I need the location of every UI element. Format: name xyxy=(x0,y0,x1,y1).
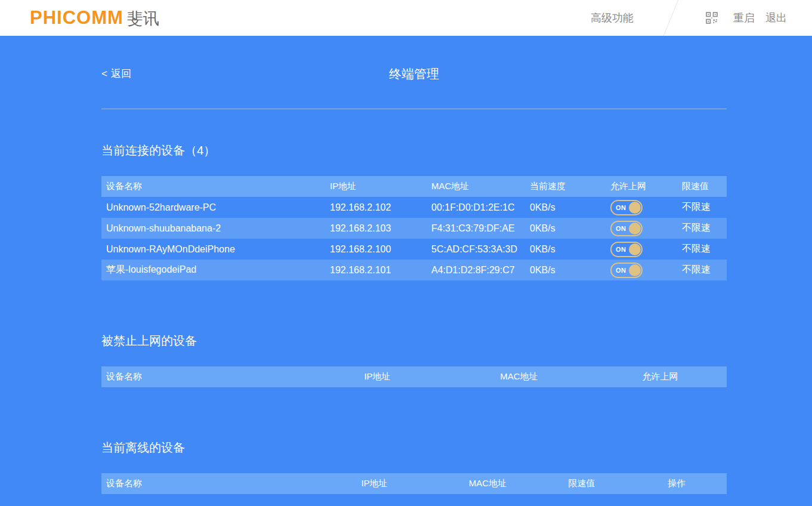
speed-limit-cell: 不限速 xyxy=(677,222,727,235)
toggle-knob-icon xyxy=(629,243,641,255)
device-name-cell: Unknown-52hardware-PC xyxy=(101,202,325,213)
allow-internet-cell: ON xyxy=(606,221,677,236)
ip-address-cell: 192.168.2.102 xyxy=(325,202,427,213)
banned-devices-title: 被禁止上网的设备 xyxy=(101,333,727,349)
speed-limit-cell: 不限速 xyxy=(677,243,727,255)
connected-column-header-5: 限速值 xyxy=(677,181,727,192)
logo-text-cn: 斐讯 xyxy=(127,8,159,29)
toggle-on-label: ON xyxy=(616,204,626,211)
terminal-management-page: < 返回 终端管理 当前连接的设备（4） 设备名称IP地址MAC地址当前速度允许… xyxy=(0,36,812,506)
logout-button[interactable]: 退出 xyxy=(765,11,787,25)
banned-column-header-3: 允许上网 xyxy=(594,371,727,382)
offline-column-header-4: 操作 xyxy=(626,478,727,489)
allow-internet-toggle[interactable]: ON xyxy=(610,263,643,278)
device-name-cell: Unknown-shuubanabana-2 xyxy=(101,223,325,234)
offline-devices-title: 当前离线的设备 xyxy=(101,440,727,456)
connected-column-header-3: 当前速度 xyxy=(525,181,606,192)
connected-devices-table: 设备名称IP地址MAC地址当前速度允许上网限速值 Unknown-52hardw… xyxy=(101,176,727,280)
current-speed-cell: 0KB/s xyxy=(525,244,606,255)
current-speed-cell: 0KB/s xyxy=(525,265,606,276)
page-header-row: < 返回 终端管理 xyxy=(101,67,727,82)
allow-internet-cell: ON xyxy=(606,200,677,215)
phicomm-logo: PHICOMM 斐讯 xyxy=(30,7,159,29)
table-row: Unknown-52hardware-PC 192.168.2.102 00:1… xyxy=(101,197,727,218)
speed-limit-cell: 不限速 xyxy=(677,201,727,214)
offline-column-header-2: MAC地址 xyxy=(439,478,537,489)
mac-address-cell: 5C:AD:CF:53:3A:3D xyxy=(427,244,525,255)
banned-column-header-0: 设备名称 xyxy=(101,371,310,382)
back-label: 返回 xyxy=(111,67,131,81)
toggle-on-label: ON xyxy=(616,225,626,232)
allow-internet-cell: ON xyxy=(606,263,677,278)
mac-address-cell: A4:D1:D2:8F:29:C7 xyxy=(427,265,525,276)
qr-code-icon[interactable] xyxy=(706,12,718,24)
restart-button[interactable]: 重启 xyxy=(733,11,755,25)
toggle-knob-icon xyxy=(629,264,641,276)
ip-address-cell: 192.168.2.100 xyxy=(325,244,427,255)
mac-address-cell: 00:1F:D0:D1:2E:1C xyxy=(427,202,525,213)
banned-column-header-1: IP地址 xyxy=(310,371,444,382)
offline-column-header-3: 限速值 xyxy=(537,478,626,489)
table-row: 苹果-louisfegodeiPad 192.168.2.101 A4:D1:D… xyxy=(101,260,727,280)
title-divider xyxy=(101,109,727,109)
back-chevron-icon: < xyxy=(101,68,107,80)
allow-internet-cell: ON xyxy=(606,242,677,257)
connected-table-header: 设备名称IP地址MAC地址当前速度允许上网限速值 xyxy=(101,176,727,197)
toggle-on-label: ON xyxy=(616,267,626,274)
ip-address-cell: 192.168.2.101 xyxy=(325,265,427,276)
page-title: 终端管理 xyxy=(389,66,439,82)
banned-table-header: 设备名称IP地址MAC地址允许上网 xyxy=(101,366,727,387)
ip-address-cell: 192.168.2.103 xyxy=(325,223,427,234)
offline-column-header-1: IP地址 xyxy=(310,478,439,489)
toggle-knob-icon xyxy=(629,223,641,235)
connected-table-body: Unknown-52hardware-PC 192.168.2.102 00:1… xyxy=(101,197,727,280)
device-name-cell: 苹果-louisfegodeiPad xyxy=(101,264,325,276)
logo-text-en: PHICOMM xyxy=(30,7,124,29)
connected-column-header-2: MAC地址 xyxy=(427,181,525,192)
mac-address-cell: F4:31:C3:79:DF:AE xyxy=(427,223,525,234)
connected-column-header-1: IP地址 xyxy=(325,181,427,192)
back-link[interactable]: < 返回 xyxy=(101,67,131,81)
allow-internet-toggle[interactable]: ON xyxy=(610,221,643,236)
table-row: Unknown-shuubanabana-2 192.168.2.103 F4:… xyxy=(101,218,727,239)
offline-table-header: 设备名称IP地址MAC地址限速值操作 xyxy=(101,473,727,494)
topbar-diagonal-divider xyxy=(662,0,680,36)
banned-column-header-2: MAC地址 xyxy=(444,371,594,382)
table-row: Unknown-RAyMOnDdeiPhone 192.168.2.100 5C… xyxy=(101,239,727,260)
top-bar: PHICOMM 斐讯 高级功能 重启 退出 xyxy=(0,0,812,36)
offline-devices-table: 设备名称IP地址MAC地址限速值操作 xyxy=(101,473,727,494)
connected-column-header-4: 允许上网 xyxy=(606,181,677,192)
allow-internet-toggle[interactable]: ON xyxy=(610,200,643,215)
speed-limit-cell: 不限速 xyxy=(677,264,727,276)
allow-internet-toggle[interactable]: ON xyxy=(610,242,643,257)
banned-devices-table: 设备名称IP地址MAC地址允许上网 xyxy=(101,366,727,387)
connected-devices-title: 当前连接的设备（4） xyxy=(101,143,727,159)
current-speed-cell: 0KB/s xyxy=(525,223,606,234)
connected-column-header-0: 设备名称 xyxy=(101,181,325,192)
current-speed-cell: 0KB/s xyxy=(525,202,606,213)
offline-column-header-0: 设备名称 xyxy=(101,478,310,489)
device-name-cell: Unknown-RAyMOnDdeiPhone xyxy=(101,244,325,255)
advanced-functions-menu[interactable]: 高级功能 xyxy=(591,11,634,25)
toggle-on-label: ON xyxy=(616,246,626,253)
toggle-knob-icon xyxy=(629,202,641,214)
